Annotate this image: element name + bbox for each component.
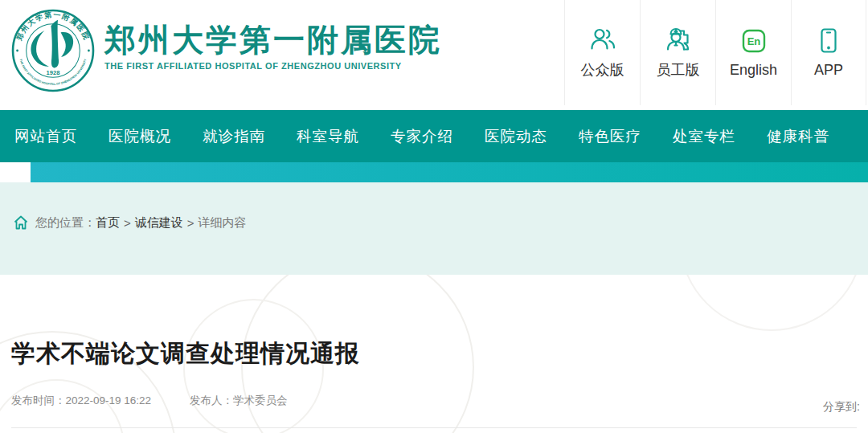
article-content: 学术不端论文调查处理情况通报 发布时间：2022-09-19 16:22发布人：… xyxy=(0,275,868,433)
hospital-name-en: THE FIRST AFFILIATED HOSPITAL OF ZHENGZH… xyxy=(104,61,442,71)
header-quick-links: 公众版 员工版 xyxy=(564,0,866,105)
content-divider xyxy=(11,427,857,428)
nav-item-visit-guide[interactable]: 就诊指南 xyxy=(203,126,265,146)
watermark-circle xyxy=(679,275,864,331)
quick-link-english[interactable]: En English xyxy=(715,0,791,105)
seal-year: 1928 xyxy=(47,69,60,76)
quick-link-label: APP xyxy=(814,62,843,79)
hospital-name-cn: 郑州大学第一附属医院 xyxy=(104,22,442,57)
hospital-name-block: 郑州大学第一附属医院 THE FIRST AFFILIATED HOSPITAL… xyxy=(104,9,442,71)
quick-link-app[interactable]: APP xyxy=(791,0,866,105)
sub-bar-notch xyxy=(0,162,31,182)
en-badge-text: En xyxy=(747,35,760,47)
share-to-label: 分享到: xyxy=(823,400,860,415)
hospital-seal-icon: 郑州大学第一附属医院 THE FIRST AFFILIATED HOSPITAL… xyxy=(11,9,95,92)
mobile-phone-icon xyxy=(819,27,838,55)
breadcrumb-current: 详细内容 xyxy=(199,215,247,231)
nav-item-hospital-news[interactable]: 医院动态 xyxy=(485,126,547,146)
nav-item-office-columns[interactable]: 处室专栏 xyxy=(673,126,735,146)
staff-doctor-icon xyxy=(664,26,693,53)
quick-link-public-version[interactable]: 公众版 xyxy=(564,0,640,105)
nav-item-departments[interactable]: 科室导航 xyxy=(297,126,359,146)
nav-item-hospital-overview[interactable]: 医院概况 xyxy=(108,126,171,146)
quick-link-staff-version[interactable]: 员工版 xyxy=(640,0,715,105)
breadcrumb-section-link[interactable]: 诚信建设 xyxy=(135,215,183,231)
article-meta: 发布时间：2022-09-19 16:22发布人：学术委员会 xyxy=(11,394,288,408)
breadcrumb-separator: > xyxy=(124,216,131,230)
nav-item-health-science[interactable]: 健康科普 xyxy=(767,126,829,146)
page: 郑州大学第一附属医院 THE FIRST AFFILIATED HOSPITAL… xyxy=(0,0,868,433)
hospital-logo[interactable]: 郑州大学第一附属医院 THE FIRST AFFILIATED HOSPITAL… xyxy=(11,9,442,92)
nav-sub-bar xyxy=(0,162,868,182)
publisher: 学术委员会 xyxy=(233,394,288,406)
quick-link-label: English xyxy=(730,62,777,79)
article-title: 学术不端论文调查处理情况通报 xyxy=(11,337,360,370)
quick-link-label: 公众版 xyxy=(581,60,624,80)
public-users-icon xyxy=(589,26,616,53)
quick-link-label: 员工版 xyxy=(657,60,700,80)
home-icon xyxy=(13,214,29,231)
seal-center-emblem xyxy=(31,20,74,68)
publish-time-label: 发布时间： xyxy=(11,394,66,406)
nav-item-home[interactable]: 网站首页 xyxy=(14,126,77,146)
site-header: 郑州大学第一附属医院 THE FIRST AFFILIATED HOSPITAL… xyxy=(0,0,868,110)
breadcrumb-prefix: 您的位置： xyxy=(35,215,96,231)
breadcrumb-home-link[interactable]: 首页 xyxy=(96,215,120,231)
breadcrumb-band: 您的位置： 首页 > 诚信建设 > 详细内容 xyxy=(0,182,868,275)
main-nav: 网站首页 医院概况 就诊指南 科室导航 专家介绍 医院动态 特色医疗 处室专栏 … xyxy=(0,110,868,162)
nav-item-featured-care[interactable]: 特色医疗 xyxy=(579,126,641,146)
publisher-label: 发布人： xyxy=(190,394,233,406)
publish-time: 2022-09-19 16:22 xyxy=(66,394,152,406)
breadcrumb-separator: > xyxy=(187,216,194,230)
nav-item-experts[interactable]: 专家介绍 xyxy=(391,126,453,146)
breadcrumb: 您的位置： 首页 > 诚信建设 > 详细内容 xyxy=(13,214,868,231)
english-en-badge-icon: En xyxy=(741,27,767,55)
